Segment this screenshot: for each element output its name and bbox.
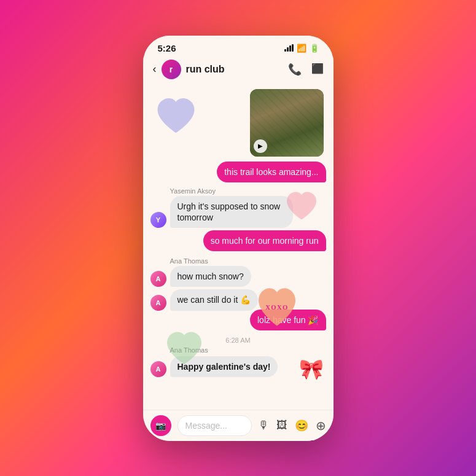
ana-sender-name-1: Ana Thomas xyxy=(170,257,326,265)
call-button[interactable]: 📞 xyxy=(288,63,302,76)
input-actions: 🎙 🖼 😊 ⊕ xyxy=(258,418,326,433)
emoji-button[interactable]: 😊 xyxy=(295,419,308,432)
chat-content: ▶ this trail looks amazing... Yasemin Ak… xyxy=(150,89,326,381)
purple-heart-sticker xyxy=(153,95,199,141)
phone-frame: 5:26 📶 🔋 ‹ r run club 📞 ⬛ xyxy=(143,36,334,441)
camera-button[interactable]: 📷 xyxy=(150,415,171,436)
snow-text: Urgh it's supposed to snow tomorrow xyxy=(178,201,281,222)
trail-message-row: this trail looks amazing... xyxy=(150,162,326,182)
morning-run-text: so much for our morning run xyxy=(211,236,319,246)
input-placeholder: Message... xyxy=(185,421,227,431)
snow-bubble: Urgh it's supposed to snow tomorrow xyxy=(170,196,293,228)
battery-icon: 🔋 xyxy=(310,44,319,53)
chat-name: run club xyxy=(186,64,283,75)
snow-amount-row: A how much snow? xyxy=(150,266,326,287)
trail-text: this trail looks amazing... xyxy=(224,167,318,177)
chat-header: ‹ r run club 📞 ⬛ xyxy=(143,56,334,84)
group-avatar-letter: r xyxy=(170,64,173,74)
media-message-row: ▶ xyxy=(250,89,324,157)
input-bar: 📷 Message... 🎙 🖼 😊 ⊕ xyxy=(143,410,334,441)
media-bubble[interactable]: ▶ xyxy=(250,89,324,157)
still-do-it-bubble: we can still do it 💪 xyxy=(170,289,259,310)
svg-text:XOXO: XOXO xyxy=(265,305,288,311)
back-button[interactable]: ‹ xyxy=(153,63,157,76)
video-button[interactable]: ⬛ xyxy=(311,63,324,76)
xoxo-candy-heart: XOXO xyxy=(252,284,302,333)
morning-run-bubble: so much for our morning run xyxy=(203,230,326,251)
media-play-button[interactable]: ▶ xyxy=(254,139,267,153)
status-bar: 5:26 📶 🔋 xyxy=(143,36,334,56)
trail-bubble: this trail looks amazing... xyxy=(217,162,326,182)
header-actions: 📞 ⬛ xyxy=(288,63,324,76)
chat-area[interactable]: ▶ this trail looks amazing... Yasemin Ak… xyxy=(143,84,334,410)
message-input-field[interactable]: Message... xyxy=(178,415,252,436)
morning-run-row: so much for our morning run xyxy=(150,230,326,251)
wifi-icon: 📶 xyxy=(297,44,306,53)
ana-avatar-1: A xyxy=(150,271,166,287)
photo-button[interactable]: 🖼 xyxy=(276,419,287,432)
gift-bow-sticker: 🎀 xyxy=(299,357,324,381)
add-button[interactable]: ⊕ xyxy=(316,418,326,433)
signal-icon xyxy=(284,44,294,52)
pink-heart-sticker xyxy=(283,190,320,226)
ana-avatar-2: A xyxy=(150,295,166,311)
status-icons: 📶 🔋 xyxy=(284,44,319,53)
yasemin-avatar: Y xyxy=(150,212,166,228)
mic-button[interactable]: 🎙 xyxy=(258,419,269,432)
status-time: 5:26 xyxy=(158,43,176,53)
snow-amount-bubble: how much snow? xyxy=(170,266,251,287)
group-avatar: r xyxy=(162,60,181,79)
green-heart-sticker xyxy=(163,329,206,372)
snow-amount-text: how much snow? xyxy=(178,271,244,281)
still-do-it-text: we can still do it 💪 xyxy=(178,295,251,305)
camera-icon: 📷 xyxy=(155,421,166,431)
